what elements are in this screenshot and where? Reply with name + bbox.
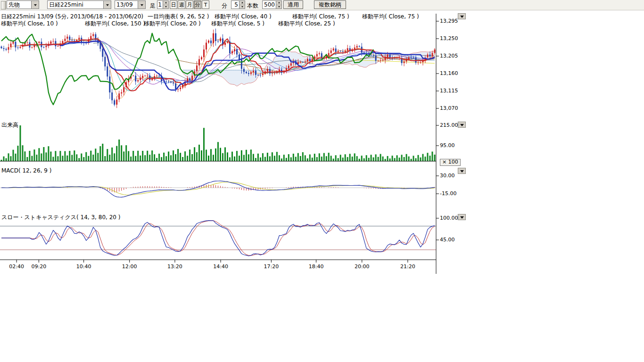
spin-down-icon[interactable]	[276, 5, 281, 9]
chevron-down-icon[interactable]	[31, 1, 39, 8]
spin-down-icon[interactable]	[239, 5, 245, 9]
minute-label: 分	[222, 2, 227, 10]
legend-item: 移動平均( Close, 25 )	[278, 20, 335, 28]
x-axis-label: 02:40	[9, 263, 24, 270]
y-axis-label: 13,070	[440, 105, 458, 111]
x-axis-label: 09:20	[31, 263, 46, 270]
legend-item: 移動平均( Close, 5 )	[211, 20, 264, 28]
period-button-4[interactable]: 分	[194, 0, 201, 9]
toolbar-grip[interactable]	[1, 1, 6, 9]
price-panel-menu-button[interactable]	[458, 13, 466, 19]
x-axis-label: 10:40	[76, 263, 91, 270]
x-axis-label: 18:40	[309, 263, 324, 270]
macd-panel-title: MACD( 12, 26, 9 )	[1, 167, 51, 174]
legend-item: 移動平均( Close, 20 )	[144, 20, 201, 28]
x-axis-label: 14:40	[213, 263, 228, 270]
spin-up-icon[interactable]	[276, 1, 281, 5]
toolbar: 先物 日経225mini 13/09 足 1 日週月分T 分 5 本数 500	[0, 0, 644, 10]
y-axis-label: 13,295	[440, 18, 458, 24]
multi-symbol-button[interactable]: 複数銘柄	[314, 0, 346, 9]
symbol-select-value: 日経225mini	[48, 1, 103, 8]
chart-legend-line2: 移動平均( Close, 10 )移動平均( Close, 150 )移動平均(…	[0, 20, 467, 26]
stochastics-panel-title: スロー・ストキャスティクス( 14, 3, 80, 20 )	[1, 214, 120, 222]
chart-canvas[interactable]	[0, 10, 468, 281]
symbol-select[interactable]: 日経225mini	[47, 0, 111, 9]
chevron-down-icon	[460, 170, 464, 174]
spinner-buttons[interactable]	[163, 1, 168, 8]
spin-up-icon[interactable]	[239, 1, 245, 5]
volume-multiplier-label: × 100	[440, 159, 461, 166]
volume-panel-menu-button[interactable]	[458, 122, 466, 128]
y-axis-label: 100.00	[440, 215, 458, 221]
y-axis-label: 13,205	[440, 53, 458, 59]
x-axis-label: 17:20	[264, 263, 279, 270]
y-axis-label: 95.00	[440, 142, 455, 148]
x-axis-label: 21:20	[400, 263, 415, 270]
macd-panel-menu-button[interactable]	[458, 168, 466, 174]
minute-spinner[interactable]: 5	[231, 0, 245, 9]
apply-button[interactable]: 適用	[283, 0, 303, 9]
minute-value: 5	[231, 1, 239, 8]
period-button-2[interactable]: 週	[178, 0, 185, 9]
stochastics-panel-menu-button[interactable]	[458, 214, 466, 220]
bar-count-value: 500	[263, 1, 276, 8]
spin-up-icon[interactable]	[163, 1, 168, 5]
chevron-down-icon[interactable]	[138, 1, 145, 8]
legend-item: 移動平均( Close, 150 )	[85, 20, 145, 28]
category-select-value: 先物	[7, 1, 31, 8]
spinner-buttons[interactable]	[276, 1, 281, 8]
period-button-5[interactable]: T	[202, 0, 209, 9]
y-axis-label: 13,115	[440, 88, 458, 94]
y-axis-label: 215.00	[440, 122, 458, 128]
chevron-down-icon	[460, 216, 464, 221]
category-select[interactable]: 先物	[7, 0, 39, 9]
contract-month-select[interactable]: 13/09	[115, 0, 146, 9]
y-axis-label: 13,160	[440, 70, 458, 76]
volume-panel-title: 出来高	[1, 121, 18, 129]
chevron-down-icon	[460, 124, 464, 128]
spinner-buttons[interactable]	[239, 1, 245, 8]
contract-month-value: 13/09	[115, 1, 138, 8]
y-axis-label: -15.00	[440, 190, 456, 197]
bar-interval-value: 1	[157, 1, 163, 8]
y-axis-label: 45.00	[440, 237, 455, 243]
chart-legend-line1: 日経225mini 13/09 (5分, 2013/06/18 - 2013/0…	[0, 13, 467, 19]
spin-down-icon[interactable]	[163, 5, 168, 9]
chevron-down-icon[interactable]	[103, 1, 111, 8]
bar-count-label: 本数	[247, 2, 258, 10]
bar-interval-spinner[interactable]: 1	[157, 0, 169, 9]
period-button-1[interactable]: 日	[170, 0, 177, 9]
y-axis-label: 13,250	[440, 35, 458, 41]
chart-area: 日経225mini 13/09 (5分, 2013/06/18 - 2013/0…	[0, 10, 471, 293]
x-axis-label: 13:20	[167, 263, 182, 270]
bar-type-label: 足	[150, 2, 156, 10]
period-button-3[interactable]: 月	[186, 0, 193, 9]
legend-item: 移動平均( Close, 10 )	[1, 20, 58, 28]
x-axis-label: 20:00	[355, 263, 370, 270]
x-axis-label: 12:00	[122, 263, 137, 270]
bar-count-spinner[interactable]: 500	[262, 0, 282, 9]
chevron-down-icon	[460, 16, 464, 20]
y-axis-label: 30.00	[440, 173, 455, 179]
